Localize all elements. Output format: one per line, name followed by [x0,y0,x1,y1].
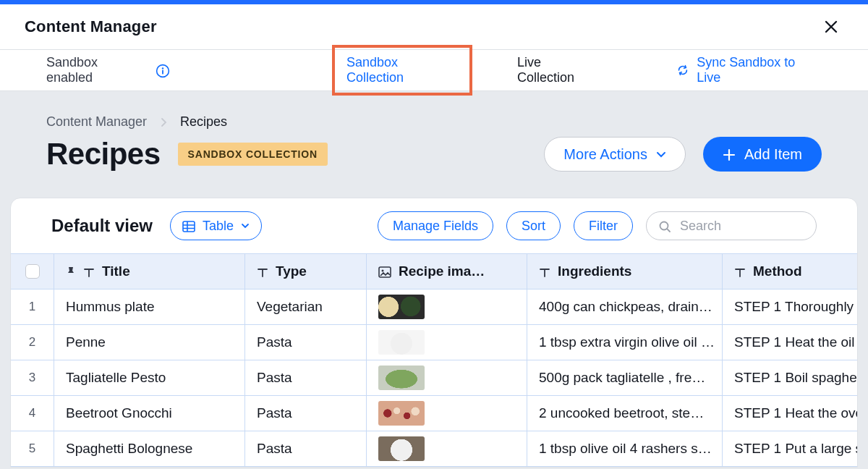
search-field[interactable] [646,211,817,240]
cell-ingredients[interactable]: 1 tbsp olive oil 4 rashers s… [527,431,723,466]
sort-button[interactable]: Sort [506,211,561,240]
col-type-label: Type [276,263,307,279]
plus-icon [723,146,736,163]
row-index: 5 [11,431,54,466]
table-row[interactable]: 5 Spaghetti Bolognese Pasta 1 tbsp olive… [11,431,857,467]
cell-title[interactable]: Beetroot Gnocchi [54,396,245,431]
text-type-icon [257,263,268,279]
cell-type[interactable]: Pasta [245,360,367,395]
svg-rect-2 [162,69,163,74]
recipe-thumbnail [378,295,425,319]
chevron-right-icon [160,114,167,130]
text-type-icon [83,263,95,279]
table-row[interactable]: 1 Hummus plate Vegetarian 400g can chick… [11,290,857,325]
select-all-header[interactable] [11,254,54,289]
image-type-icon [378,263,391,279]
tab-sandbox-collection[interactable]: Sandbox Collection [332,45,472,96]
cell-type[interactable]: Vegetarian [245,290,367,324]
view-mode-selector[interactable]: Table [170,211,262,240]
cell-ingredients[interactable]: 400g can chickpeas, drain… [527,290,723,324]
cell-ingredients[interactable]: 2 uncooked beetroot, ste… [527,396,723,431]
search-input[interactable] [678,218,804,234]
svg-rect-3 [183,221,195,232]
cell-method[interactable]: STEP 1 Heat the oil in a f [723,325,857,360]
page-title: Recipes [46,137,161,172]
cell-title[interactable]: Penne [54,325,245,360]
row-index: 4 [11,396,54,431]
cell-image[interactable] [367,431,527,466]
chevron-down-icon [241,219,250,234]
cell-ingredients[interactable]: 1 tbsp extra virgin olive oil … [527,325,723,360]
filter-button[interactable]: Filter [574,211,633,240]
manage-fields-button[interactable]: Manage Fields [378,211,493,240]
recipe-thumbnail [378,436,425,461]
data-grid: Title Type Recipe ima… Ingredients Metho… [11,253,857,467]
cell-type[interactable]: Pasta [245,431,367,466]
search-icon [658,219,671,234]
cell-method[interactable]: STEP 1 Put a large sauce [723,431,857,466]
cell-title[interactable]: Tagliatelle Pesto [54,360,245,395]
table-row[interactable]: 2 Penne Pasta 1 tbsp extra virgin olive … [11,325,857,360]
breadcrumb-root[interactable]: Content Manager [46,114,147,130]
app-header: Content Manager [0,4,868,50]
table-row[interactable]: 4 Beetroot Gnocchi Pasta 2 uncooked beet… [11,396,857,431]
checkbox-icon[interactable] [25,264,40,279]
sync-sandbox-label: Sync Sandbox to Live [697,55,822,85]
col-type[interactable]: Type [245,254,367,289]
info-icon[interactable] [156,62,170,77]
col-title-label: Title [102,263,130,279]
col-method-label: Method [753,263,802,279]
sync-icon [676,64,689,77]
row-index: 3 [11,360,54,395]
tab-live-collection[interactable]: Live Collection [503,45,616,96]
view-mode-label: Table [203,219,234,234]
close-icon [823,19,839,35]
col-ingredients[interactable]: Ingredients [527,254,723,289]
svg-point-1 [162,67,163,69]
cell-title[interactable]: Spaghetti Bolognese [54,431,245,466]
cell-method[interactable]: STEP 1 Thoroughly rinse [723,290,857,324]
view-name: Default view [51,216,153,236]
col-ingredients-label: Ingredients [558,263,631,279]
col-image[interactable]: Recipe ima… [367,254,527,289]
cell-type[interactable]: Pasta [245,396,367,431]
cell-image[interactable] [367,396,527,431]
add-item-button[interactable]: Add Item [703,137,822,172]
recipe-thumbnail [378,330,425,355]
cell-method[interactable]: STEP 1 Boil spaghetti in a [723,360,857,395]
cell-image[interactable] [367,360,527,395]
cell-method[interactable]: STEP 1 Heat the oven to [723,396,857,431]
add-item-label: Add Item [744,146,802,163]
workspace: Content Manager Recipes Recipes SANDBOX … [0,91,868,469]
pin-icon [66,263,76,279]
chevron-down-icon [656,146,666,163]
sandbox-status: Sandbox enabled [46,55,170,85]
sandbox-status-label: Sandbox enabled [46,55,147,85]
cell-ingredients[interactable]: 500g pack tagliatelle , fre… [527,360,723,395]
svg-point-6 [382,269,384,271]
app-title: Content Manager [25,17,157,36]
close-button[interactable] [819,14,843,39]
col-method[interactable]: Method [723,254,857,289]
text-type-icon [734,263,746,279]
cell-title[interactable]: Hummus plate [54,290,245,324]
table-row[interactable]: 3 Tagliatelle Pesto Pasta 500g pack tagl… [11,360,857,396]
text-type-icon [539,263,550,279]
more-actions-button[interactable]: More Actions [544,137,686,172]
col-title[interactable]: Title [54,254,245,289]
row-index: 2 [11,325,54,360]
more-actions-label: More Actions [563,146,647,163]
view-toolbar: Default view Table Manage Fields Sort Fi… [11,198,857,253]
breadcrumb: Content Manager Recipes [7,114,861,137]
cell-image[interactable] [367,290,527,324]
cell-image[interactable] [367,325,527,360]
sandbox-collection-badge: SANDBOX COLLECTION [178,143,328,166]
recipe-thumbnail [378,401,425,426]
table-icon [182,219,195,234]
cell-type[interactable]: Pasta [245,325,367,360]
header-row: Title Type Recipe ima… Ingredients Metho… [11,254,857,290]
subheader: Sandbox enabled Sandbox Collection Live … [0,50,868,91]
sync-sandbox-link[interactable]: Sync Sandbox to Live [676,55,822,85]
col-image-label: Recipe ima… [399,263,485,279]
row-index: 1 [11,290,54,324]
